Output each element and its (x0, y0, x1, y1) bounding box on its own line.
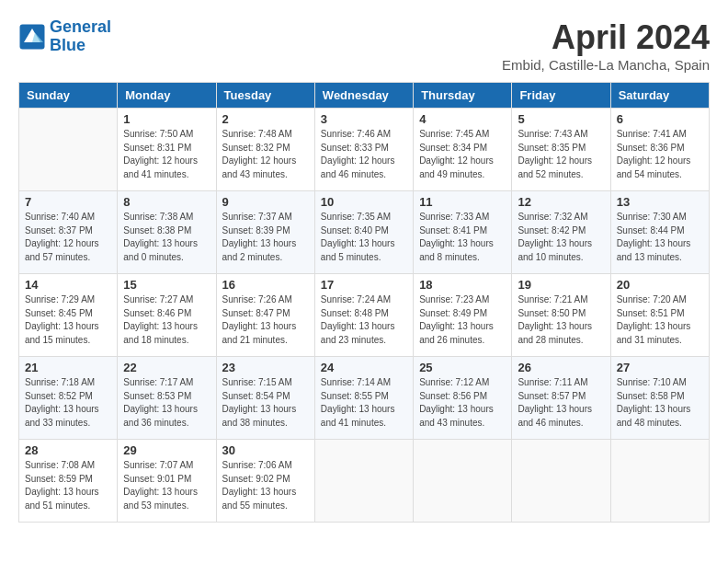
day-number: 19 (518, 278, 604, 292)
sunset-text: Sunset: 8:31 PM (123, 143, 191, 153)
calendar-day-cell: 21 Sunrise: 7:18 AM Sunset: 8:52 PM Dayl… (19, 357, 118, 440)
calendar-day-cell (610, 440, 709, 523)
day-number: 7 (25, 195, 111, 209)
sunset-text: Sunset: 8:34 PM (419, 143, 487, 153)
day-info: Sunrise: 7:07 AM Sunset: 9:01 PM Dayligh… (123, 459, 210, 512)
calendar-day-cell: 9 Sunrise: 7:37 AM Sunset: 8:39 PM Dayli… (216, 191, 314, 274)
sunset-text: Sunset: 8:48 PM (321, 308, 389, 318)
sunrise-text: Sunrise: 7:40 AM (25, 212, 95, 222)
calendar-day-cell: 2 Sunrise: 7:48 AM Sunset: 8:32 PM Dayli… (216, 109, 314, 191)
day-info: Sunrise: 7:45 AM Sunset: 8:34 PM Dayligh… (419, 128, 506, 181)
calendar-day-cell: 4 Sunrise: 7:45 AM Sunset: 8:34 PM Dayli… (414, 109, 512, 191)
daylight-text: Daylight: 13 hours and 10 minutes. (518, 238, 592, 262)
daylight-text: Daylight: 13 hours and 53 minutes. (123, 487, 198, 511)
sunrise-text: Sunrise: 7:20 AM (617, 294, 687, 304)
sunset-text: Sunset: 8:37 PM (25, 225, 93, 236)
daylight-text: Daylight: 13 hours and 36 minutes. (123, 404, 198, 428)
calendar-day-cell: 1 Sunrise: 7:50 AM Sunset: 8:31 PM Dayli… (118, 109, 216, 191)
daylight-text: Daylight: 13 hours and 0 minutes. (123, 238, 198, 262)
sunset-text: Sunset: 8:44 PM (617, 225, 685, 236)
sunrise-text: Sunrise: 7:18 AM (25, 377, 95, 387)
weekday-header: Sunday (19, 83, 118, 109)
sunset-text: Sunset: 8:45 PM (25, 308, 93, 318)
day-number: 26 (518, 361, 604, 374)
sunrise-text: Sunrise: 7:26 AM (222, 294, 292, 304)
daylight-text: Daylight: 13 hours and 43 minutes. (419, 404, 494, 428)
sunrise-text: Sunrise: 7:06 AM (222, 460, 292, 470)
day-number: 20 (617, 278, 703, 292)
day-number: 8 (123, 195, 210, 209)
day-info: Sunrise: 7:38 AM Sunset: 8:38 PM Dayligh… (123, 211, 210, 264)
calendar-week-row: 1 Sunrise: 7:50 AM Sunset: 8:31 PM Dayli… (19, 109, 710, 191)
sunrise-text: Sunrise: 7:38 AM (123, 212, 193, 222)
calendar-day-cell: 14 Sunrise: 7:29 AM Sunset: 8:45 PM Dayl… (19, 274, 118, 357)
sunset-text: Sunset: 8:52 PM (25, 391, 93, 401)
calendar-day-cell: 18 Sunrise: 7:23 AM Sunset: 8:49 PM Dayl… (414, 274, 512, 357)
weekday-header: Wednesday (314, 83, 413, 109)
sunrise-text: Sunrise: 7:29 AM (25, 294, 95, 304)
sunset-text: Sunset: 8:51 PM (617, 308, 685, 318)
day-number: 17 (321, 278, 407, 292)
daylight-text: Daylight: 12 hours and 49 minutes. (419, 155, 494, 179)
sunrise-text: Sunrise: 7:37 AM (222, 212, 292, 222)
day-info: Sunrise: 7:06 AM Sunset: 9:02 PM Dayligh… (222, 459, 309, 512)
day-number: 10 (321, 195, 407, 209)
sunset-text: Sunset: 8:49 PM (419, 308, 487, 318)
day-info: Sunrise: 7:27 AM Sunset: 8:46 PM Dayligh… (123, 293, 210, 347)
day-number: 18 (419, 278, 506, 292)
day-number: 12 (518, 195, 604, 209)
logo-line2: Blue (50, 36, 85, 54)
day-number: 23 (222, 361, 309, 374)
sunrise-text: Sunrise: 7:48 AM (222, 129, 292, 139)
sunset-text: Sunset: 8:41 PM (419, 225, 487, 236)
day-number: 13 (617, 195, 703, 209)
page-header: General Blue April 2024 Embid, Castille-… (18, 18, 710, 73)
sunrise-text: Sunrise: 7:10 AM (617, 377, 687, 387)
sunrise-text: Sunrise: 7:11 AM (518, 377, 587, 387)
day-number: 16 (222, 278, 309, 292)
day-info: Sunrise: 7:12 AM Sunset: 8:56 PM Dayligh… (419, 376, 506, 430)
logo: General Blue (18, 18, 111, 55)
daylight-text: Daylight: 12 hours and 54 minutes. (617, 155, 691, 179)
sunset-text: Sunset: 8:35 PM (518, 143, 586, 153)
sunset-text: Sunset: 8:53 PM (123, 391, 191, 401)
day-info: Sunrise: 7:18 AM Sunset: 8:52 PM Dayligh… (25, 376, 111, 430)
calendar-day-cell: 19 Sunrise: 7:21 AM Sunset: 8:50 PM Dayl… (512, 274, 610, 357)
day-info: Sunrise: 7:32 AM Sunset: 8:42 PM Dayligh… (518, 211, 604, 264)
sunrise-text: Sunrise: 7:07 AM (123, 460, 193, 470)
sunrise-text: Sunrise: 7:12 AM (419, 377, 489, 387)
sunrise-text: Sunrise: 7:32 AM (518, 212, 587, 222)
daylight-text: Daylight: 12 hours and 57 minutes. (25, 238, 99, 262)
day-info: Sunrise: 7:40 AM Sunset: 8:37 PM Dayligh… (25, 211, 111, 264)
sunset-text: Sunset: 8:55 PM (321, 391, 389, 401)
sunset-text: Sunset: 8:54 PM (222, 391, 290, 401)
calendar-day-cell: 27 Sunrise: 7:10 AM Sunset: 8:58 PM Dayl… (610, 357, 709, 440)
calendar-day-cell (19, 109, 118, 191)
day-info: Sunrise: 7:35 AM Sunset: 8:40 PM Dayligh… (321, 211, 407, 264)
calendar-day-cell: 13 Sunrise: 7:30 AM Sunset: 8:44 PM Dayl… (610, 191, 709, 274)
day-info: Sunrise: 7:21 AM Sunset: 8:50 PM Dayligh… (518, 293, 604, 347)
daylight-text: Daylight: 13 hours and 2 minutes. (222, 238, 297, 262)
daylight-text: Daylight: 13 hours and 46 minutes. (518, 404, 592, 428)
day-info: Sunrise: 7:14 AM Sunset: 8:55 PM Dayligh… (321, 376, 407, 430)
day-number: 11 (419, 195, 506, 209)
sunset-text: Sunset: 8:33 PM (321, 143, 389, 153)
calendar-day-cell: 24 Sunrise: 7:14 AM Sunset: 8:55 PM Dayl… (314, 357, 413, 440)
day-info: Sunrise: 7:11 AM Sunset: 8:57 PM Dayligh… (518, 376, 604, 430)
calendar-day-cell: 11 Sunrise: 7:33 AM Sunset: 8:41 PM Dayl… (414, 191, 512, 274)
weekday-header: Tuesday (216, 83, 314, 109)
calendar-day-cell: 7 Sunrise: 7:40 AM Sunset: 8:37 PM Dayli… (19, 191, 118, 274)
day-info: Sunrise: 7:08 AM Sunset: 8:59 PM Dayligh… (25, 459, 111, 512)
calendar-day-cell: 28 Sunrise: 7:08 AM Sunset: 8:59 PM Dayl… (19, 440, 118, 523)
day-number: 29 (123, 443, 210, 457)
sunrise-text: Sunrise: 7:21 AM (518, 294, 587, 304)
calendar-day-cell (512, 440, 610, 523)
daylight-text: Daylight: 12 hours and 41 minutes. (123, 155, 198, 179)
calendar-day-cell: 25 Sunrise: 7:12 AM Sunset: 8:56 PM Dayl… (414, 357, 512, 440)
day-info: Sunrise: 7:50 AM Sunset: 8:31 PM Dayligh… (123, 128, 210, 181)
sunset-text: Sunset: 8:59 PM (25, 474, 93, 484)
weekday-header: Saturday (610, 83, 709, 109)
day-info: Sunrise: 7:43 AM Sunset: 8:35 PM Dayligh… (518, 128, 604, 181)
day-number: 6 (617, 112, 703, 126)
daylight-text: Daylight: 12 hours and 43 minutes. (222, 155, 297, 179)
